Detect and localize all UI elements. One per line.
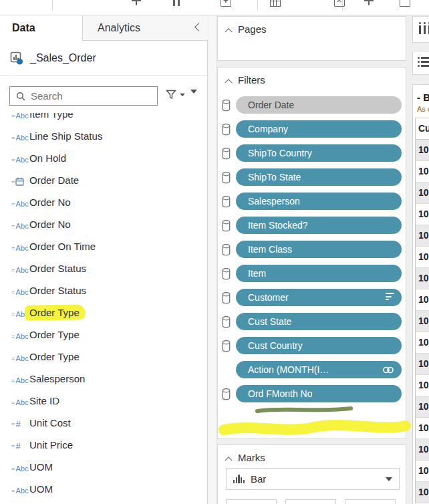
table-row[interactable]: 10 [416,354,429,375]
dropdown-caret-icon [386,477,392,481]
field-row[interactable]: =Abc = =# Salesperson [0,368,207,390]
filter-pill-row: Order Date [218,95,406,119]
field-row[interactable]: =Abc = =# Order Type [0,324,207,346]
filter-fields-icon[interactable] [166,90,186,100]
field-row[interactable]: =Abc = =# Order Type [0,301,207,324]
field-row[interactable]: =Abc = =# Order Status [0,257,207,279]
table-row[interactable]: 10 [416,225,429,247]
window-icon[interactable] [400,0,410,7]
filter-pill[interactable]: Item Class [236,241,402,258]
collapse-marks-icon[interactable] [226,456,233,460]
field-type-icon: =Abc = =# [0,130,29,142]
filter-pill-row: Item Stocked? [218,215,406,239]
sheet-table: Cu 10 10 10 10 10 10 10 10 [415,118,429,503]
tab-analytics[interactable]: Analytics [82,15,169,41]
field-row[interactable]: =Abc = =# Unit Cost [0,412,207,434]
field-row[interactable]: =Abc = =# Order No [0,213,207,235]
table-row[interactable]: 10 [416,161,429,182]
collapse-pane-icon[interactable] [194,23,200,31]
filter-pill-row: Company [218,119,406,143]
table-row[interactable]: 10 [416,311,429,332]
field-row[interactable]: =Abc = =# Order On Time [0,235,207,257]
filter-caret-icon [180,93,185,96]
filter-pill[interactable]: Company [236,120,402,138]
marks-title: Marks [238,452,265,463]
table-row[interactable]: 10 [416,332,429,354]
data-pane-scrollbar[interactable] [208,15,217,504]
filters-title: Filters [238,74,265,86]
filter-pill[interactable]: Item [236,265,402,282]
filter-pill[interactable]: Salesperson [236,193,402,210]
filter-pill[interactable]: Cust Country [236,337,402,354]
action-link-icon [382,365,394,377]
table-row[interactable]: 10 [416,247,429,268]
bar-chart-icon [233,475,245,483]
table-row[interactable]: 10 [416,182,429,204]
datasource-item[interactable]: _Sales_Order [0,41,207,76]
field-type-icon: =Abc = =# [0,483,29,495]
field-name: Salesperson [29,373,85,384]
fields-menu-caret-icon[interactable] [190,94,197,106]
field-row[interactable]: =Abc = =# Line Ship Status [0,125,207,147]
new-worksheet-icon[interactable] [221,0,231,7]
table-row[interactable]: 10 [416,375,429,396]
grid-icon[interactable] [270,0,281,7]
field-row[interactable]: =Abc = =# UOM [0,478,207,500]
marks-buttons [226,499,396,504]
field-row[interactable]: =Abc = =# UOM [0,456,207,478]
filter-pill-row: Cust Country [218,336,406,360]
field-row[interactable]: =Abc = =# Item Type [0,113,207,125]
table-row[interactable]: 10 [416,204,429,225]
table-row[interactable]: 10 [416,396,429,418]
field-row[interactable]: =Abc = =# Site ID [0,390,207,412]
field-row[interactable]: =Abc = =# Order Date [0,169,207,191]
filter-pill-list: Order Date [218,95,406,408]
table-row[interactable]: 10 [416,461,429,482]
clear-sheet-icon[interactable] [334,0,345,7]
filter-pill-label: Item [236,268,266,279]
collapse-pages-icon[interactable] [226,27,233,31]
filter-pill[interactable]: Item Stocked? [236,217,402,234]
table-row[interactable]: 10 [416,418,429,439]
filter-pill-label: Ord FMonth No [236,388,312,399]
filter-pill-row: Ord FMonth No [218,384,406,408]
filter-pill[interactable]: ShipTo State [236,168,402,186]
database-icon [222,124,231,138]
field-row[interactable]: =Abc = =# On Hold [0,147,207,169]
mark-type-dropdown[interactable]: Bar [226,468,400,490]
field-name: Line Ship Status [29,130,102,142]
field-row[interactable]: =Abc = =# Order Status [0,279,207,301]
filter-pill[interactable]: Customer [236,289,402,306]
search-input[interactable]: Search [9,86,158,106]
table-row[interactable]: 10 [416,268,429,289]
add-icon[interactable] [132,0,141,5]
tab-data[interactable]: Data [0,15,82,41]
color-button[interactable] [226,499,277,504]
mark-type-label: Bar [251,473,386,485]
collapse-filters-icon[interactable] [226,78,233,82]
field-name: Order Type [29,351,80,362]
field-row[interactable]: =Abc = =# Unit Price [0,434,207,456]
field-row[interactable]: =Abc = =# Order No [0,191,207,213]
filter-pill[interactable]: Ord FMonth No [236,385,402,402]
table-row[interactable]: 10 [416,140,429,161]
field-type-icon: =Abc = =# [0,152,29,164]
filter-pill[interactable]: Action (MONTH(I… [236,361,402,378]
datasource-icon [10,51,23,65]
filter-pill[interactable]: Order Date [236,96,402,114]
table-row[interactable]: 10 [416,482,429,503]
label-button[interactable] [345,499,396,504]
field-row[interactable]: =Abc = =# Order Type [0,346,207,368]
size-button[interactable] [285,499,336,504]
field-name: Order Date [29,174,79,186]
search-icon [16,92,25,101]
field-name: Order Status [29,285,86,296]
field-name: Order Type [29,329,80,340]
table-row[interactable]: 10 [416,439,429,461]
database-icon [222,148,231,162]
search-placeholder: Search [31,90,63,102]
filter-pill[interactable]: Cust State [236,313,402,330]
add-icon[interactable] [364,0,374,5]
filter-pill[interactable]: ShipTo Country [236,144,402,162]
table-row[interactable]: 10 [416,289,429,311]
